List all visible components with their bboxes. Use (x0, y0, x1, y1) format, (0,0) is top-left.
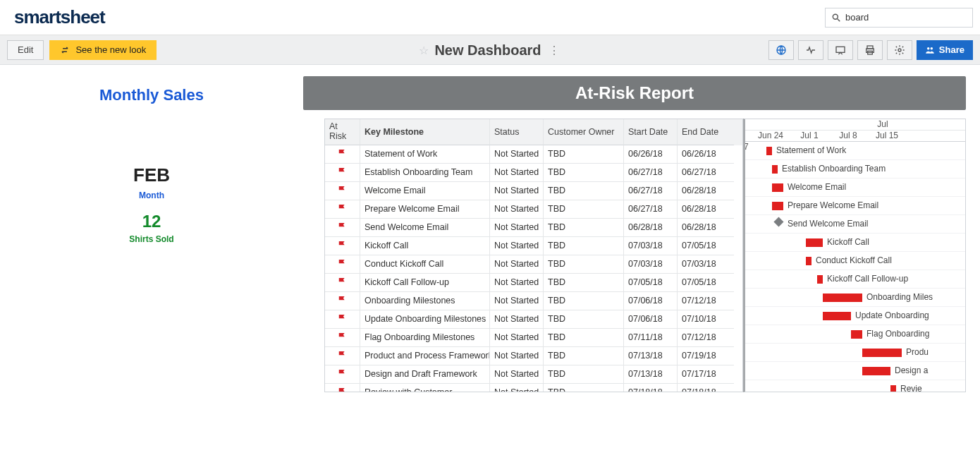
gantt-bar-label: Onboarding Miles (864, 292, 933, 302)
gantt-bar[interactable] (823, 312, 851, 320)
gantt-bar[interactable] (772, 202, 783, 210)
favorite-star-icon[interactable]: ☆ (419, 43, 429, 56)
gantt-bar[interactable] (890, 385, 896, 392)
gantt-bar[interactable] (817, 275, 823, 284)
milestone-cell: Statement of Work (360, 145, 490, 164)
see-new-look-label: See the new look (75, 44, 146, 55)
flag-cell (325, 292, 360, 310)
svg-line-1 (838, 18, 840, 21)
svg-rect-3 (836, 47, 845, 52)
table-row[interactable]: Prepare Welcome EmailNot StartedTBD06/27… (325, 200, 742, 219)
status-cell: Not Started (490, 292, 544, 310)
owner-cell: TBD (544, 310, 624, 329)
gantt-bar[interactable] (862, 367, 890, 375)
see-new-look-button[interactable]: See the new look (49, 40, 157, 60)
table-row[interactable]: Statement of WorkNot StartedTBD06/26/180… (325, 145, 742, 164)
table-row[interactable]: Onboarding MilestonesNot StartedTBD07/06… (325, 292, 742, 310)
search-box[interactable] (825, 8, 973, 28)
col-at-risk[interactable]: At Risk (325, 119, 360, 145)
settings-button[interactable] (887, 40, 912, 60)
status-cell: Not Started (490, 219, 544, 237)
end-cell: 07/12/18 (678, 329, 734, 347)
gantt-bar-label: Conduct Kickoff Call (813, 255, 892, 265)
gantt-row: Kickoff Call Follow-up (745, 270, 965, 289)
brand-logo: smartsheet (14, 6, 105, 28)
status-cell: Not Started (490, 310, 544, 329)
col-owner[interactable]: Customer Owner (544, 119, 624, 145)
print-button[interactable] (857, 40, 883, 60)
end-cell: 07/12/18 (678, 292, 734, 310)
table-row[interactable]: Design and Draft FrameworkNot StartedTBD… (325, 365, 742, 384)
share-button[interactable]: Share (917, 40, 973, 60)
col-start[interactable]: Start Date (624, 119, 678, 145)
gantt-bar[interactable] (806, 257, 811, 265)
gantt-tick: Jul 8 (839, 131, 857, 140)
month-label: Month (14, 190, 289, 200)
table-row[interactable]: Establish Onboarding TeamNot StartedTBD0… (325, 164, 742, 182)
owner-cell: TBD (544, 219, 624, 237)
table-row[interactable]: Conduct Kickoff CallNot StartedTBD07/03/… (325, 255, 742, 274)
gantt-bar[interactable] (772, 183, 783, 192)
present-icon (835, 44, 846, 56)
topbar: smartsheet (0, 0, 980, 35)
table-row[interactable]: Welcome EmailNot StartedTBD06/27/1806/28… (325, 182, 742, 200)
end-cell: 07/05/18 (678, 237, 734, 255)
milestone-cell: Welcome Email (360, 182, 490, 200)
at-risk-widget: At-Risk Report At Risk Key Milestone Sta… (303, 76, 966, 392)
owner-cell: TBD (544, 145, 624, 164)
end-cell: 07/17/18 (678, 365, 734, 384)
dashboard-title-block: ☆ New Dashboard ⋮ (419, 42, 561, 58)
activity-icon (805, 44, 816, 56)
gantt-row: Prepare Welcome Email (745, 197, 965, 215)
table-row[interactable]: Flag Onboarding MilestonesNot StartedTBD… (325, 329, 742, 347)
gantt-tick: Jul 15 (876, 131, 898, 140)
flag-cell (325, 237, 360, 255)
status-cell: Not Started (490, 384, 544, 393)
title-menu-icon[interactable]: ⋮ (549, 43, 561, 56)
edit-button[interactable]: Edit (7, 40, 44, 60)
report-grid[interactable]: At Risk Key Milestone Status Customer Ow… (324, 119, 743, 392)
gantt-bar[interactable] (851, 330, 862, 339)
table-row[interactable]: Review with CustomerNot StartedTBD07/18/… (325, 384, 742, 393)
start-cell: 07/18/18 (624, 384, 678, 393)
gantt-bar[interactable] (772, 165, 778, 174)
milestone-cell: Flag Onboarding Milestones (360, 329, 490, 347)
start-cell: 06/28/18 (624, 219, 678, 237)
flag-cell (325, 255, 360, 274)
end-cell: 06/28/18 (678, 219, 734, 237)
globe-button[interactable] (768, 40, 794, 60)
owner-cell: TBD (544, 182, 624, 200)
table-row[interactable]: Product and Process FrameworkNot Started… (325, 347, 742, 365)
gantt-bar[interactable] (766, 147, 772, 155)
gantt-bar[interactable] (823, 294, 862, 302)
gantt-bar-label: Send Welcome Email (785, 219, 869, 229)
dashboard-body: Monthly Sales FEB Month 12 Shirts Sold A… (0, 65, 980, 392)
monthly-sales-title: Monthly Sales (14, 86, 289, 104)
col-milestone[interactable]: Key Milestone (360, 119, 490, 145)
flag-icon (338, 295, 348, 306)
flag-icon (338, 258, 348, 270)
start-cell: 07/13/18 (624, 347, 678, 365)
col-end[interactable]: End Date (678, 119, 734, 145)
gantt-bar-label: Kickoff Call Follow-up (824, 274, 908, 284)
owner-cell: TBD (544, 365, 624, 384)
table-row[interactable]: Kickoff CallNot StartedTBD07/03/1807/05/… (325, 237, 742, 255)
col-status[interactable]: Status (490, 119, 544, 145)
milestone-cell: Conduct Kickoff Call (360, 255, 490, 274)
table-row[interactable]: Update Onboarding MilestonesNot StartedT… (325, 310, 742, 329)
status-cell: Not Started (490, 182, 544, 200)
gantt-bar[interactable] (806, 238, 823, 247)
search-input[interactable] (841, 12, 967, 23)
gantt-bar[interactable] (862, 349, 902, 357)
gantt-bar-label: Produ (903, 347, 929, 357)
start-cell: 06/27/18 (624, 200, 678, 219)
status-cell: Not Started (490, 329, 544, 347)
table-row[interactable]: Kickoff Call Follow-upNot StartedTBD07/0… (325, 274, 742, 292)
swap-icon (60, 45, 70, 55)
gantt-bar-label: Revie (898, 384, 922, 392)
gantt-chart[interactable]: Jul 7 Jun 24Jul 1Jul 8Jul 15 Statement o… (743, 119, 966, 392)
present-button[interactable] (828, 40, 853, 60)
activity-button[interactable] (798, 40, 823, 60)
svg-point-7 (898, 49, 901, 52)
table-row[interactable]: Send Welcome EmailNot StartedTBD06/28/18… (325, 219, 742, 237)
